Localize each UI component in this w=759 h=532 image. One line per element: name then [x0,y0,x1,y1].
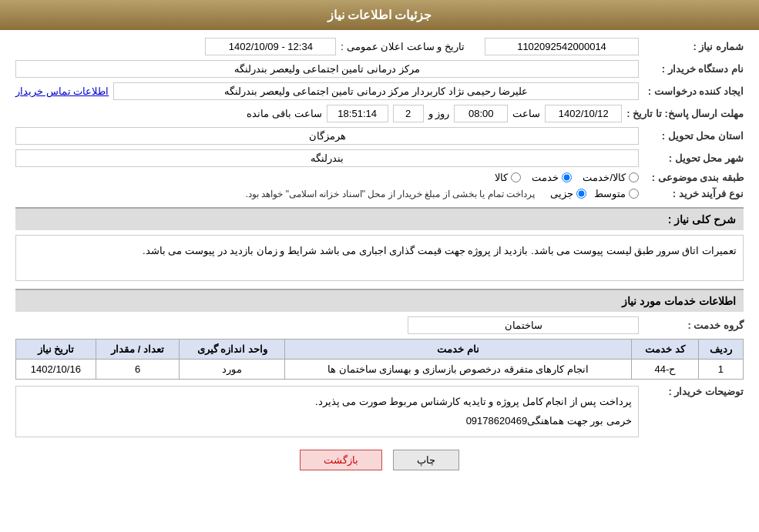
need-number-value: 1102092542000014 [485,38,639,55]
cell-code: ح-44 [632,360,699,380]
reply-time-label: ساعت [512,108,540,119]
requestor-value: علیرضا رحیمی نژاد کاربردار مرکز درمانی ت… [113,82,639,100]
category-service-label: خدمت [532,172,559,183]
category-goods-service-radio[interactable] [629,172,639,182]
page-wrapper: جزئیات اطلاعات نیاز شماره نیاز : 1102092… [0,0,759,532]
category-goods-radio[interactable] [511,172,521,182]
service-group-label: گروه خدمت : [643,320,744,331]
province-value: هرمزگان [15,127,639,145]
province-label: استان محل تحویل : [643,130,744,142]
announcement-label: تاریخ و ساعت اعلان عمومی : [341,41,465,52]
cell-unit: مورد [180,360,285,380]
proc-partial-radio[interactable] [576,189,586,199]
category-options: کالا/خدمت خدمت کالا [495,172,639,183]
category-service-option[interactable]: خدمت [532,172,572,183]
table-row: 1ح-44انجام کارهای متفرقه درخصوص بازسازی … [16,360,744,380]
service-table: ردیف کد خدمت نام خدمت واحد اندازه گیری ت… [15,339,744,380]
announcement-value: 1402/10/09 - 12:34 [205,38,336,55]
category-service-radio[interactable] [562,172,572,182]
reply-days-label: روز و [428,108,450,119]
cell-row: 1 [698,360,743,380]
proc-medium-label: متوسط [594,188,626,199]
buyer-org-row: نام دستگاه خریدار : مرکز درمانی تامین اج… [15,60,744,78]
proc-type-options: متوسط جزیی پرداخت تمام یا بخشی از مبلغ خ… [246,188,639,199]
province-row: استان محل تحویل : هرمزگان [15,127,744,145]
reply-time: 08:00 [454,105,508,122]
print-button[interactable]: چاپ [393,450,459,470]
buyer-notes-line1: پرداخت پس از انجام کامل پروژه و تایدیه ک… [22,393,632,412]
col-row: ردیف [698,340,743,360]
content-area: شماره نیاز : 1102092542000014 تاریخ و سا… [0,30,759,490]
col-unit: واحد اندازه گیری [180,340,285,360]
proc-medium-option[interactable]: متوسط [594,188,639,199]
service-group-value: ساختمان [408,316,639,334]
col-code: کد خدمت [632,340,699,360]
page-title: جزئیات اطلاعات نیاز [327,8,432,22]
proc-partial-option[interactable]: جزیی [550,188,586,199]
general-desc-box: تعمیرات اتاق سرور طبق لیست پیوست می باشد… [15,235,744,281]
buyer-notes-label: توضیحات خریدار : [643,386,744,397]
general-desc-label: شرح کلی نیاز : [668,213,736,226]
proc-type-row: نوع فرآیند خرید : متوسط جزیی پرداخت تمام… [15,188,744,199]
buyer-org-label: نام دستگاه خریدار : [643,63,744,75]
proc-notice: پرداخت تمام یا بخشی از مبلغ خریدار از مح… [246,189,535,199]
proc-type-label: نوع فرآیند خرید : [643,188,744,199]
buyer-notes-line2: خرمی بور جهت هماهنگی09178620469 [22,412,632,431]
service-info-header: اطلاعات خدمات مورد نیاز [15,289,744,312]
category-goods-service-option[interactable]: کالا/خدمت [583,172,639,183]
action-buttons: چاپ بازگشت [15,450,744,470]
city-value: بندرلنگه [15,149,639,167]
reply-deadline-row: مهلت ارسال پاسخ: تا تاریخ : 1402/10/12 س… [15,105,744,122]
proc-medium-radio[interactable] [629,189,639,199]
buyer-notes-row: توضیحات خریدار : پرداخت پس از انجام کامل… [15,386,744,437]
service-group-row: گروه خدمت : ساختمان [15,316,744,334]
need-number-label: شماره نیاز : [643,41,744,52]
reply-remaining: 18:51:14 [327,105,388,122]
category-goods-label: کالا [495,172,508,183]
requestor-row: ایجاد کننده درخواست : علیرضا رحیمی نژاد … [15,82,744,100]
page-header: جزئیات اطلاعات نیاز [0,0,759,30]
reply-days: 2 [393,105,424,122]
category-row: طبقه بندی موضوعی : کالا/خدمت خدمت کالا [15,172,744,183]
col-date: تاریخ نیاز [16,340,96,360]
category-goods-option[interactable]: کالا [495,172,521,183]
city-row: شهر محل تحویل : بندرلنگه [15,149,744,167]
buyer-org-value: مرکز درمانی تامین اجتماعی ولیعصر بندرلنگ… [15,60,639,78]
cell-quantity: 6 [96,360,180,380]
buyer-notes-box: پرداخت پس از انجام کامل پروژه و تایدیه ک… [15,386,639,437]
table-header-row: ردیف کد خدمت نام خدمت واحد اندازه گیری ت… [16,340,744,360]
requestor-label: ایجاد کننده درخواست : [643,85,744,97]
col-name: نام خدمت [285,340,632,360]
cell-name: انجام کارهای متفرقه درخصوص بازسازی و بهس… [285,360,632,380]
need-number-row: شماره نیاز : 1102092542000014 تاریخ و سا… [15,38,744,55]
city-label: شهر محل تحویل : [643,152,744,164]
reply-remaining-label: ساعت باقی مانده [247,108,321,119]
proc-partial-label: جزیی [550,188,573,199]
cell-date: 1402/10/16 [16,360,96,380]
back-button[interactable]: بازگشت [300,450,382,470]
reply-date: 1402/10/12 [545,105,622,122]
reply-deadline-label: مهلت ارسال پاسخ: تا تاریخ : [626,108,744,119]
general-desc-header: شرح کلی نیاز : [15,207,744,230]
category-goods-service-label: کالا/خدمت [583,172,626,183]
col-qty: تعداد / مقدار [96,340,180,360]
contact-link[interactable]: اطلاعات تماس خریدار [15,85,109,97]
service-info-label: اطلاعات خدمات مورد نیاز [622,295,736,307]
category-label: طبقه بندی موضوعی : [643,172,744,183]
